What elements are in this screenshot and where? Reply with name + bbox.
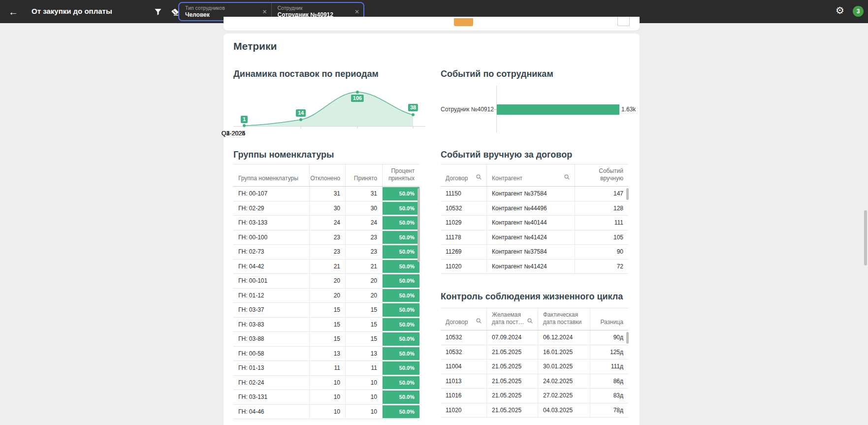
bar-fill[interactable]	[497, 104, 619, 115]
cell-manual-events: 90	[575, 245, 628, 259]
cell-actual-date: 06.12.2024	[538, 330, 590, 345]
cell-rejected: 20	[309, 274, 345, 288]
column-header[interactable]: Контрагент	[486, 164, 575, 186]
cell-counterparty: Контрагент №37584	[486, 245, 575, 259]
notifications-badge[interactable]: 3	[853, 6, 864, 17]
table-body: ГН: 00-107 31 31 50.0% ГН: 02-29 30 30 5…	[233, 187, 419, 419]
cell-difference: 78д	[590, 403, 628, 418]
table-row[interactable]: ГН: 03-133 24 24 50.0%	[233, 216, 419, 230]
table-row[interactable]: ГН: 00-100 23 23 50.0%	[233, 230, 419, 245]
table-scrollbar[interactable]	[626, 332, 629, 344]
table-row[interactable]: ГН: 02-73 23 23 50.0%	[233, 245, 419, 260]
cell-desired-date: 21.05.2025	[486, 345, 538, 360]
search-icon[interactable]	[476, 318, 482, 326]
table-row[interactable]: ГН: 00-58 13 13 50.0%	[233, 347, 419, 361]
cell-contract: 10532	[441, 345, 486, 360]
table-row[interactable]: 11016 21.05.2025 27.02.2025 83д	[441, 389, 628, 403]
cell-group: ГН: 02-73	[233, 245, 309, 259]
column-header[interactable]: Событийвручную	[575, 164, 628, 186]
checkbox-widget-fragment	[617, 17, 630, 26]
table-row[interactable]: ГН: 03-37 15 15 50.0%	[233, 303, 419, 318]
data-point-label: 38	[408, 104, 418, 111]
cell-rejected: 20	[309, 289, 345, 303]
column-header[interactable]: Отклонено	[309, 164, 345, 186]
search-icon[interactable]	[527, 318, 533, 326]
table-row[interactable]: 11178 Контрагент №41424 105	[441, 230, 628, 245]
settings-gear-icon[interactable]: ⚙	[836, 4, 844, 16]
bar-row[interactable]: Сотрудник №40912 1.63k	[441, 104, 640, 115]
bar-chart: Сотрудник №40912 1.63k	[441, 83, 640, 138]
bar-category-label: Сотрудник №40912	[441, 106, 492, 113]
cell-actual-date: 27.02.2025	[538, 389, 590, 403]
table-row[interactable]: ГН: 01-13 11 11 50.0%	[233, 361, 419, 376]
cell-counterparty: Контрагент №37584	[486, 187, 575, 201]
page-scrollbar[interactable]	[864, 210, 867, 265]
table-row[interactable]: 11150 Контрагент №37584 147	[441, 187, 628, 201]
cell-contract: 11016	[441, 389, 486, 403]
table-scrollbar[interactable]	[418, 188, 420, 262]
cell-percent: 50.0%	[382, 405, 419, 419]
column-header[interactable]: Договор	[441, 308, 486, 330]
search-icon[interactable]	[564, 174, 570, 182]
column-header[interactable]: Группа номенклатуры	[233, 164, 309, 186]
column-header[interactable]: Процентпринятых	[382, 164, 419, 186]
table-row[interactable]: ГН: 02-24 10 10 50.0%	[233, 376, 419, 391]
cell-difference: 125д	[590, 345, 628, 360]
lifecycle-table: Договор Желаемаядата пост… Фактическаяда…	[441, 308, 628, 418]
filter-chip-label: Сотрудник	[278, 5, 351, 11]
table-row[interactable]: 10532 21.05.2025 16.01.2025 125д	[441, 345, 628, 360]
table-row[interactable]: 11004 21.05.2025 30.01.2025 111д	[441, 360, 628, 374]
column-header[interactable]: Желаемаядата пост…	[486, 308, 538, 330]
table-row[interactable]: 11269 Контрагент №37584 90	[441, 245, 628, 260]
table-row[interactable]: ГН: 04-46 10 10 50.0%	[233, 405, 419, 420]
table-row[interactable]: 11020 Контрагент №41424 72	[441, 260, 628, 274]
table-row[interactable]: 10532 Контрагент №44496 128	[441, 201, 628, 216]
back-button[interactable]: ←	[7, 5, 20, 18]
manual-events-table: Договор Контрагент Событийвручную 11150	[441, 164, 628, 274]
cell-group: ГН: 03-131	[233, 390, 309, 404]
cell-rejected: 10	[309, 390, 345, 404]
cell-accepted: 23	[345, 230, 382, 245]
table-row[interactable]: 11029 Контрагент №40144 111	[441, 216, 628, 230]
cell-manual-events: 105	[575, 230, 628, 245]
column-header[interactable]: Фактическаядата поставки	[538, 308, 590, 330]
cell-counterparty: Контрагент №41424	[486, 260, 575, 274]
cell-group: ГН: 03-37	[233, 303, 309, 317]
cell-percent: 50.0%	[382, 201, 419, 216]
table-row[interactable]: ГН: 01-12 20 20 50.0%	[233, 289, 419, 303]
cell-accepted: 23	[345, 245, 382, 259]
table-row[interactable]: ГН: 00-107 31 31 50.0%	[233, 187, 419, 201]
cell-percent: 50.0%	[382, 376, 419, 390]
table-row[interactable]: ГН: 04-42 21 21 50.0%	[233, 260, 419, 274]
table-row[interactable]: ГН: 03-131 10 10 50.0%	[233, 390, 419, 405]
table-row[interactable]: ГН: 00-101 20 20 50.0%	[233, 274, 419, 289]
column-header[interactable]: Разница	[590, 308, 628, 330]
cell-accepted: 15	[345, 332, 382, 346]
close-icon[interactable]: ✕	[354, 8, 359, 15]
column-header[interactable]: Принято	[345, 164, 382, 186]
cell-accepted: 21	[345, 260, 382, 274]
column-header[interactable]: Договор	[441, 164, 486, 186]
table-row[interactable]: ГН: 03-88 15 15 50.0%	[233, 332, 419, 347]
cell-difference: 90д	[590, 330, 628, 345]
cell-group: ГН: 00-58	[233, 347, 309, 361]
search-icon[interactable]	[476, 174, 482, 182]
cell-percent: 50.0%	[382, 390, 419, 404]
table-row[interactable]: ГН: 03-83 15 15 50.0%	[233, 318, 419, 332]
cell-manual-events: 111	[575, 216, 628, 230]
cell-contract: 11020	[441, 403, 486, 418]
table-row[interactable]: ГН: 02-29 30 30 50.0%	[233, 201, 419, 216]
table-scrollbar[interactable]	[626, 188, 629, 200]
cell-group: ГН: 04-42	[233, 260, 309, 274]
filter-icon[interactable]	[153, 6, 163, 17]
table-row[interactable]: 11013 21.05.2025 24.02.2025 86д	[441, 374, 628, 389]
table-row[interactable]: 11020 21.05.2025 04.03.2025 78д	[441, 403, 628, 418]
close-icon[interactable]: ✕	[262, 8, 267, 15]
cell-accepted: 13	[345, 347, 382, 361]
table-row[interactable]: 10532 07.09.2024 06.12.2024 90д	[441, 330, 628, 345]
cell-group: ГН: 02-24	[233, 376, 309, 390]
cell-percent: 50.0%	[382, 274, 419, 288]
table-header: Договор Желаемаядата пост… Фактическаяда…	[441, 308, 628, 330]
cell-accepted: 30	[345, 201, 382, 216]
cell-rejected: 24	[309, 216, 345, 230]
